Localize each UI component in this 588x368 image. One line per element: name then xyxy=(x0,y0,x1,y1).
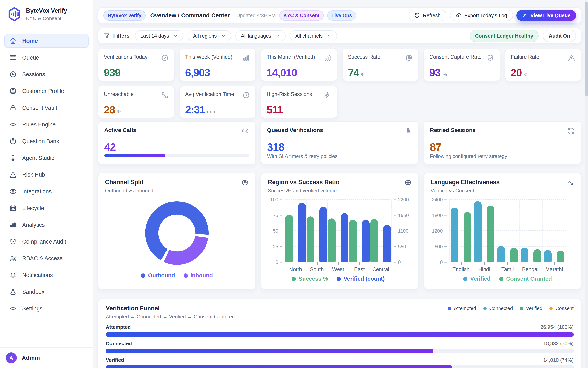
sidebar-item-label: Risk Hub xyxy=(22,172,45,178)
legend-label: Consent Granted xyxy=(506,276,552,282)
cloud-download-icon xyxy=(456,12,461,18)
y-axis-tick: 2400 xyxy=(432,197,447,202)
audit-on-button[interactable]: Audit On xyxy=(543,30,576,42)
filter-dropdown-all-regions[interactable]: All regions xyxy=(188,30,231,41)
sidebar-item-label: Compliance Audit xyxy=(22,239,66,245)
scrollbar-track[interactable] xyxy=(585,0,588,368)
bar-group-english xyxy=(449,200,473,262)
legend-label: Attempted xyxy=(454,305,476,311)
filter-dropdown-last-14-days[interactable]: Last 14 days xyxy=(135,30,183,41)
filter-dropdown-all-languages[interactable]: All languages xyxy=(235,30,286,41)
bar-success-central xyxy=(371,219,378,262)
sidebar-item-notifications[interactable]: Notifications xyxy=(4,268,89,282)
app-subtitle: KYC & Consent xyxy=(26,15,67,21)
sidebar-item-label: Queue xyxy=(22,55,39,61)
scrollbar-thumb[interactable] xyxy=(585,1,588,96)
filters-label: Filters xyxy=(103,32,129,39)
legend-label: Inbound xyxy=(190,272,213,279)
bar-verified-hindi xyxy=(474,201,482,262)
region-success-subtitle: Success% and verified volume xyxy=(268,188,340,194)
funnel-bar-track xyxy=(106,366,574,368)
refresh-icon xyxy=(567,127,575,135)
x-axis-label: South xyxy=(306,267,327,273)
legend-dot xyxy=(463,277,467,281)
legend-item-verified: Verified xyxy=(463,276,491,282)
stat-card-active-calls: Active Calls42 xyxy=(98,121,256,164)
bar-groups xyxy=(285,200,391,262)
user-name: Admin xyxy=(22,355,40,361)
export-log-button[interactable]: Export Today's Log xyxy=(450,10,513,21)
updated-text: · Updated 4:39 PM xyxy=(233,12,276,18)
sidebar-item-label: Settings xyxy=(22,305,43,312)
funnel-subtitle: Attempted → Connected → Verified → Conse… xyxy=(106,314,235,320)
kpi-card-top: Avg Verification Time xyxy=(185,91,250,99)
app-name: ByteVox Verify xyxy=(26,7,67,14)
legend-dot xyxy=(337,277,341,281)
x-axis-labels: NorthSouthWestEastCentral xyxy=(285,267,391,273)
kpi-label: Unreachable xyxy=(104,91,134,97)
sidebar-item-lifecycle[interactable]: Lifecycle xyxy=(4,201,89,215)
bar-verified-count-north xyxy=(298,203,306,262)
sidebar-item-consent-vault[interactable]: Consent Vault xyxy=(4,101,89,115)
avatar[interactable]: A xyxy=(6,352,17,363)
y-axis-tick: 50 xyxy=(273,228,282,234)
filter-dropdown-all-channels[interactable]: All channels xyxy=(290,30,337,41)
kpi-label: Success Rate xyxy=(348,54,380,60)
stat-card-top: Active Calls xyxy=(104,127,249,135)
language_effectiveness-plot: 0600120018002400 xyxy=(449,200,566,262)
sidebar-item-label: Lifecycle xyxy=(22,205,44,212)
sidebar-item-risk-hub[interactable]: Risk Hub xyxy=(4,168,89,182)
sidebar-item-question-bank[interactable]: Question Bank xyxy=(4,134,89,148)
sidebar-item-queue[interactable]: Queue xyxy=(4,51,89,64)
legend-dot xyxy=(549,307,553,310)
filter-dropdown-value: All channels xyxy=(295,33,323,39)
y-axis-tick: 0 xyxy=(276,259,282,265)
sidebar-item-label: Question Bank xyxy=(22,138,59,145)
refresh-button[interactable]: Refresh xyxy=(408,10,446,21)
shield-check-icon xyxy=(487,54,494,62)
legend-label: Verified xyxy=(470,276,491,282)
sidebar-item-sessions[interactable]: Sessions xyxy=(4,67,89,81)
y-axis-tick: 75 xyxy=(273,212,282,218)
refresh-label: Refresh xyxy=(423,12,441,18)
funnel-stage-head: Verified14,010 (74%) xyxy=(106,357,574,363)
x-axis-tick xyxy=(381,262,381,265)
sidebar-item-rbac-access[interactable]: RBAC & Access xyxy=(4,251,89,265)
funnel-stage-value: 14,010 (74%) xyxy=(543,357,574,363)
legend-dot xyxy=(141,274,145,278)
sidebar-item-customer-profile[interactable]: Customer Profile xyxy=(4,84,89,98)
kpi-card-this-month-verified: This Month (Verified)14,010 xyxy=(261,49,337,81)
channel-split-card: Channel Split Outbound vs Inbound Outbou… xyxy=(98,173,256,290)
region_success-plot: 02550751000550110016502200 xyxy=(285,200,391,262)
bar-group-tamil xyxy=(496,200,519,262)
broadcast-icon xyxy=(241,127,249,135)
filter-dropdown-value: All languages xyxy=(241,33,271,39)
main-content: ByteVox Verify Overview / Command Center… xyxy=(93,0,588,368)
sidebar-item-rules-engine[interactable]: Rules Engine xyxy=(4,118,89,131)
sidebar-item-compliance-audit[interactable]: Compliance Audit xyxy=(4,235,89,248)
clock-icon xyxy=(242,91,250,99)
sidebar-item-analytics[interactable]: Analytics xyxy=(4,218,89,232)
view-live-queue-button[interactable]: View Live Queue xyxy=(516,10,576,21)
sidebar-item-home[interactable]: Home xyxy=(4,34,89,48)
charts-grid: Channel Split Outbound vs Inbound Outbou… xyxy=(98,173,581,290)
kpi-card-top: This Week (Verified) xyxy=(185,54,250,62)
sidebar: ByteVox Verify KYC & Consent HomeQueueSe… xyxy=(0,0,93,368)
mic-icon xyxy=(9,154,17,162)
legend-label: Connected xyxy=(489,305,513,311)
flask-icon xyxy=(9,288,17,295)
lock-icon xyxy=(9,104,17,111)
y-axis-tick: 1800 xyxy=(432,212,447,218)
shield-check-icon xyxy=(9,238,17,245)
sidebar-item-settings[interactable]: Settings xyxy=(4,302,89,315)
sidebar-item-sandbox[interactable]: Sandbox xyxy=(4,285,89,299)
kpi-card-top: Verifications Today xyxy=(104,54,169,62)
bar-consent-granted-tamil xyxy=(510,248,518,262)
check-circle-icon xyxy=(161,54,169,62)
funnel-stage-value: 18,832 (70%) xyxy=(543,340,574,347)
sidebar-item-integrations[interactable]: Integrations xyxy=(4,184,89,198)
chevron-down-icon xyxy=(221,33,226,38)
sidebar-item-agent-studio[interactable]: Agent Studio xyxy=(4,151,89,165)
stat-value: 318 xyxy=(267,141,412,153)
legend-label: Verified xyxy=(526,305,542,311)
